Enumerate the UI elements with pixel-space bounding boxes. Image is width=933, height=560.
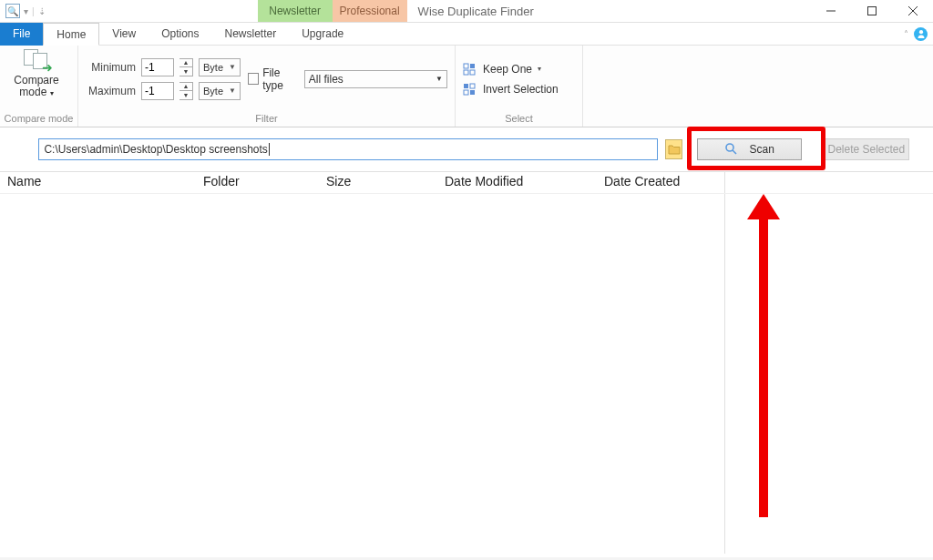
close-icon	[908, 6, 918, 15]
tab-view[interactable]: View	[99, 23, 149, 46]
professional-badge[interactable]: Professional	[333, 0, 407, 22]
ribbon-fill	[583, 46, 933, 127]
close-button[interactable]	[892, 0, 933, 23]
results-list[interactable]	[0, 194, 724, 554]
minimum-input[interactable]	[141, 58, 174, 76]
maximum-unit-select[interactable]: Byte▼	[199, 82, 241, 100]
window-title: Wise Duplicate Finder	[407, 0, 810, 22]
scan-highlight-area: Scan	[697, 138, 802, 160]
svg-point-4	[918, 30, 922, 34]
account-icon[interactable]	[914, 27, 928, 41]
svg-rect-10	[470, 84, 475, 88]
annotation-arrow	[754, 194, 774, 517]
ribbon-collapse-icon[interactable]: ˄	[904, 29, 908, 39]
minimum-label: Minimum	[86, 61, 136, 74]
group-filter: Minimum ▲▼ Byte▼ Maximum ▲▼ Byte▼ File t…	[78, 46, 456, 127]
keep-one-icon	[463, 63, 477, 76]
invert-selection-button[interactable]: Invert Selection	[463, 83, 559, 96]
col-size[interactable]: Size	[319, 172, 437, 193]
svg-rect-9	[464, 84, 468, 88]
filetype-label: File type	[262, 66, 301, 92]
compare-mode-label: Compare mode ▾	[14, 75, 58, 99]
tab-home[interactable]: Home	[43, 23, 99, 46]
compare-mode-button[interactable]: ➜ Compare mode ▾	[0, 46, 73, 99]
keep-one-button[interactable]: Keep One ▾	[463, 63, 559, 76]
minimize-icon	[826, 6, 836, 15]
minimum-unit-select[interactable]: Byte▼	[199, 58, 241, 76]
ribbon: ➜ Compare mode ▾ Compare mode Minimum ▲▼…	[0, 46, 933, 127]
svg-rect-11	[464, 90, 468, 95]
window-controls	[810, 0, 933, 22]
qat-dropdown-icon[interactable]: ▾	[24, 6, 28, 16]
group-compare-mode: ➜ Compare mode ▾ Compare mode	[0, 46, 78, 127]
col-folder[interactable]: Folder	[196, 172, 319, 193]
newsletter-badge[interactable]: Newsletter	[258, 0, 333, 22]
tab-options[interactable]: Options	[149, 23, 211, 46]
svg-rect-1	[867, 7, 876, 15]
ribbon-tabs: File Home View Options Newsletter Upgrad…	[0, 23, 933, 46]
side-panel-header	[724, 172, 933, 193]
filetype-select[interactable]: All files▼	[304, 70, 447, 88]
invert-selection-icon	[463, 83, 477, 96]
quick-access-titlebar: 🔍 ▾ | ⇣ Newsletter Professional Wise Dup…	[0, 0, 933, 23]
maximum-label: Maximum	[86, 85, 136, 97]
ribbon-right: ˄	[356, 23, 933, 46]
col-date-created[interactable]: Date Created	[597, 172, 724, 193]
maximum-input[interactable]	[141, 82, 174, 100]
delete-selected-button[interactable]: Delete Selected	[824, 138, 909, 160]
svg-rect-7	[464, 70, 468, 75]
group-label-filter: Filter	[78, 112, 455, 127]
titlebar-spacer	[51, 0, 258, 22]
svg-rect-5	[464, 64, 468, 68]
minimize-button[interactable]	[810, 0, 851, 23]
path-input[interactable]: C:\Users\admin\Desktop\Desktop screensho…	[38, 138, 658, 160]
minimum-spinner[interactable]: ▲▼	[179, 58, 193, 76]
col-date-modified[interactable]: Date Modified	[437, 172, 597, 193]
path-row: C:\Users\admin\Desktop\Desktop screensho…	[0, 127, 933, 171]
quick-access-toolbar: 🔍 ▾ | ⇣	[0, 0, 51, 22]
svg-rect-8	[470, 70, 475, 75]
group-select: Keep One ▾ Invert Selection Select	[456, 46, 583, 127]
group-label-compare: Compare mode	[0, 112, 77, 127]
maximum-spinner[interactable]: ▲▼	[179, 82, 193, 100]
qat-customize-icon[interactable]: ⇣	[38, 6, 46, 16]
tab-newsletter[interactable]: Newsletter	[212, 23, 290, 46]
compare-mode-icon: ➜	[22, 49, 51, 73]
annotation-highlight-box	[687, 127, 825, 170]
maximize-icon	[867, 6, 877, 15]
results-columns: Name Folder Size Date Modified Date Crea…	[0, 171, 933, 194]
svg-rect-6	[470, 64, 475, 68]
results-area	[0, 194, 933, 554]
col-name[interactable]: Name	[0, 172, 196, 193]
maximize-button[interactable]	[851, 0, 892, 23]
filetype-checkbox[interactable]	[248, 73, 259, 85]
folder-icon	[668, 144, 681, 155]
magnify-icon[interactable]: 🔍	[5, 4, 20, 18]
svg-rect-12	[470, 90, 475, 95]
browse-folder-button[interactable]	[665, 139, 682, 159]
person-icon	[917, 29, 926, 38]
tab-file[interactable]: File	[0, 23, 43, 46]
group-label-select: Select	[456, 112, 582, 127]
divider: |	[32, 6, 35, 16]
tab-upgrade[interactable]: Upgrade	[289, 23, 356, 46]
